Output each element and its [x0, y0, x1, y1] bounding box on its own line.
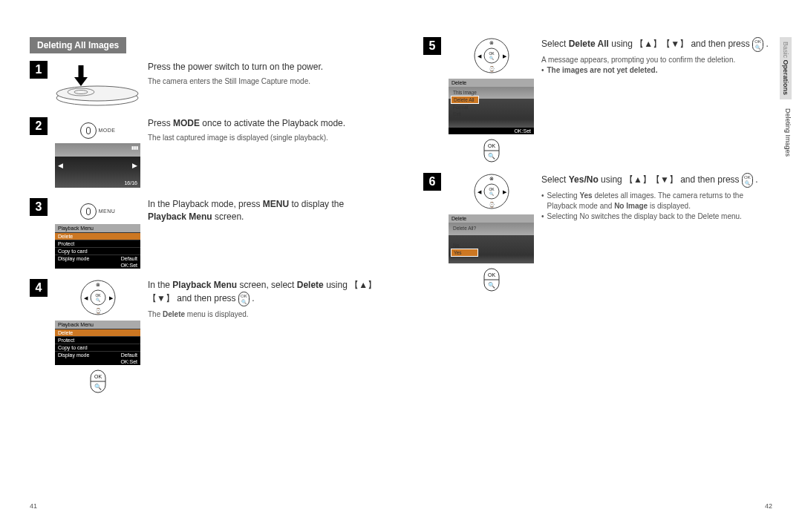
section-title: Deleting All Images	[30, 37, 126, 53]
step-number: 3	[30, 198, 48, 216]
lcd-confirm-menu: Delete Delete All? No Yes	[449, 214, 534, 263]
menu-item-yes: Yes	[451, 249, 478, 257]
step-2: 2 MODE ▮▮▮ ◀ ▶ 16/16 Press MODE o	[30, 117, 379, 188]
svg-text:OK: OK	[487, 272, 495, 278]
svg-text:▶: ▶	[108, 295, 113, 301]
step-number: 4	[30, 279, 48, 297]
svg-text:🔍: 🔍	[94, 383, 102, 390]
step-1-title: Press the power switch to turn on the po…	[148, 61, 379, 73]
step-5: 5 OK 🔍 ⊗ ⌚ ◀ ▶ Delete	[423, 37, 772, 162]
step-6-title: Select Yes/No using 【▲】【▼】 and then pres…	[541, 173, 772, 188]
svg-text:⊗: ⊗	[489, 176, 494, 181]
svg-text:◀: ◀	[477, 53, 481, 59]
step-number: 6	[423, 173, 441, 191]
dpad-illustration: OK 🔍 ⊗ ⌚ ◀ ▶	[473, 37, 510, 74]
ok-icon: OK🔍	[238, 292, 250, 306]
page-number-right: 42	[765, 502, 772, 510]
menu-ok-hint: OK:Set	[55, 262, 140, 269]
svg-text:OK: OK	[94, 374, 101, 379]
step-number: 2	[30, 117, 48, 135]
svg-text:🔍: 🔍	[488, 281, 495, 289]
svg-text:⌚: ⌚	[488, 65, 495, 72]
step-6-bullet-1: Selecting Yes deletes all images. The ca…	[541, 191, 772, 211]
step-3: 3 MENU Playback Menu Delete Protect Copy…	[30, 198, 379, 269]
svg-text:◀: ◀	[83, 295, 88, 301]
step-4: 4 OK 🔍 ⊗ ⌚ ◀ ▶ Playback Menu	[30, 279, 379, 393]
menu-item: Exit	[451, 111, 479, 117]
svg-text:🔍: 🔍	[488, 152, 495, 160]
menu-item-no: No	[451, 242, 478, 249]
menu-row-delete: Delete	[55, 329, 140, 336]
page-right: 5 OK 🔍 ⊗ ⌚ ◀ ▶ Delete	[401, 0, 802, 532]
side-tab-section: Deleting Images	[780, 108, 792, 157]
side-tab-chapter: Basic Operations	[780, 37, 792, 99]
menu-header: Delete	[449, 214, 534, 223]
step-1-desc: The camera enters the Still Image Captur…	[148, 76, 379, 87]
image-counter: 16/16	[124, 180, 137, 185]
mode-label: MODE	[99, 128, 116, 133]
menu-header: Playback Menu	[55, 224, 140, 232]
lcd-playback-menu: Playback Menu Delete Protect Copy to car…	[55, 321, 140, 365]
menu-button-illustration: MENU	[55, 198, 140, 224]
step-1: 1 Press the power switch to turn on the …	[30, 61, 379, 107]
svg-text:▶: ▶	[502, 53, 506, 59]
svg-text:◀: ◀	[477, 189, 481, 194]
step-4-title: In the Playback Menu screen, select Dele…	[148, 279, 379, 306]
menu-item: This image	[451, 89, 479, 96]
menu-row: Display modeDefault	[55, 351, 140, 358]
lcd-playback-menu: Playback Menu Delete Protect Copy to car…	[55, 224, 140, 269]
menu-row: Copy to card	[55, 247, 140, 254]
ok-icon: OK🔍	[752, 37, 763, 52]
lcd-playback-illustration: ▮▮▮ ◀ ▶ 16/16	[55, 143, 140, 188]
menu-ok-hint: OK:Set	[55, 358, 140, 365]
battery-icon: ▮▮▮	[131, 145, 138, 150]
page-number-left: 41	[30, 502, 37, 510]
svg-text:🔍: 🔍	[96, 298, 101, 303]
menu-row: Copy to card	[55, 344, 140, 351]
ok-button-illustration: OK 🔍	[90, 370, 106, 393]
menu-row: Protect	[55, 240, 140, 247]
svg-text:⊗: ⊗	[96, 282, 100, 287]
menu-row-delete: Delete	[55, 232, 140, 240]
dpad-illustration: OK 🔍 ⊗ ⌚ ◀ ▶	[473, 173, 510, 210]
svg-text:⌚: ⌚	[488, 201, 495, 208]
menu-row: Protect	[55, 336, 140, 344]
step-2-desc: The last captured image is displayed (si…	[148, 133, 379, 143]
menu-row: Display modeDefault	[55, 254, 140, 262]
svg-text:🔍: 🔍	[489, 191, 495, 197]
svg-text:OK: OK	[487, 143, 495, 148]
menu-header: Playback Menu	[55, 321, 140, 329]
step-6: 6 OK 🔍 ⊗ ⌚ ◀ ▶ Delete	[423, 173, 772, 292]
mode-button-illustration: MODE	[55, 117, 140, 143]
page-left: Deleting All Images 1 Press the powe	[0, 0, 401, 532]
step-5-desc: A message appears, prompting you to conf…	[541, 55, 772, 65]
side-tab: Basic Operations Deleting Images	[780, 37, 792, 157]
confirm-question: Delete All?	[451, 225, 478, 231]
menu-label: MENU	[99, 208, 116, 214]
step-5-title: Select Delete All using 【▲】【▼】 and then …	[541, 37, 772, 52]
svg-text:⊗: ⊗	[489, 40, 494, 45]
menu-item-selected: Delete All	[451, 96, 479, 104]
step-number: 1	[30, 61, 48, 79]
step-4-desc: The Delete menu is displayed.	[148, 309, 379, 320]
nav-left-icon: ◀	[58, 162, 63, 169]
lcd-delete-menu: Delete This image Delete All Format Exit…	[449, 79, 534, 134]
svg-text:🔍: 🔍	[489, 56, 495, 61]
menu-ok-hint: OK:Set	[449, 128, 534, 134]
ok-button-illustration: OK 🔍	[483, 139, 500, 162]
power-switch-illustration	[55, 61, 140, 107]
ok-button-illustration: OK 🔍	[483, 268, 500, 292]
step-3-title: In the Playback mode, press MENU to disp…	[148, 198, 379, 223]
step-5-bullet: The images are not yet deleted.	[541, 65, 772, 76]
dpad-illustration: OK 🔍 ⊗ ⌚ ◀ ▶	[79, 279, 117, 316]
nav-right-icon: ▶	[132, 162, 137, 169]
svg-text:▶: ▶	[502, 189, 506, 194]
svg-text:⌚: ⌚	[94, 307, 101, 314]
step-6-bullet-2: Selecting No switches the display back t…	[541, 211, 772, 222]
step-number: 5	[423, 37, 441, 55]
menu-item: Format	[451, 104, 479, 111]
ok-icon: OK🔍	[742, 173, 753, 188]
step-2-title: Press MODE once to activate the Playback…	[148, 117, 379, 130]
menu-header: Delete	[449, 79, 534, 87]
